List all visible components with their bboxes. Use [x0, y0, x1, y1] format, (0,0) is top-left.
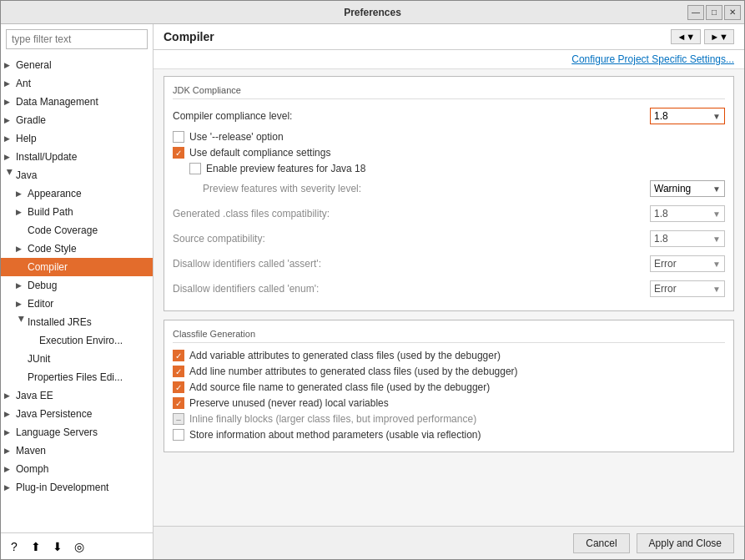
sidebar-item-label: JUnit: [28, 353, 50, 365]
arrow-icon: ▶: [4, 483, 16, 492]
sidebar-item-code-style[interactable]: ▶ Code Style: [1, 240, 153, 258]
compliance-level-label: Compiler compliance level:: [173, 110, 650, 122]
right-panel: Compiler ◄▼ ►▼ Configure Project Specifi…: [154, 24, 744, 559]
sidebar-item-exec-env[interactable]: ▶ Execution Enviro...: [1, 331, 153, 350]
arrow-icon: ▶: [18, 316, 26, 328]
sidebar-item-label: Java: [16, 169, 37, 181]
sidebar-item-installed-jres[interactable]: ▶ Installed JREs: [1, 313, 153, 331]
sidebar-item-label: Debug: [28, 280, 57, 291]
use-default-row: Use default compliance settings: [173, 147, 725, 159]
sidebar-item-compiler[interactable]: ▶ Compiler: [1, 258, 153, 276]
sidebar-item-label: Ant: [16, 78, 31, 89]
enable-preview-label: Enable preview features for Java 18: [206, 163, 365, 174]
sidebar-item-label: Data Management: [16, 96, 98, 108]
dropdown-arrow-icon: ▼: [712, 285, 721, 294]
arrow-icon: ▶: [16, 208, 28, 216]
cancel-button[interactable]: Cancel: [573, 533, 629, 553]
compliance-level-row: Compiler compliance level: 1.8 ▼: [173, 106, 725, 126]
export-icon[interactable]: ⬇: [49, 538, 66, 555]
assert-ids-value: Error: [654, 258, 677, 270]
generated-compat-dropdown[interactable]: 1.8 ▼: [650, 205, 725, 222]
sidebar-item-java-ee[interactable]: ▶ Java EE: [1, 386, 153, 405]
sidebar-item-ant[interactable]: ▶ Ant: [1, 74, 153, 93]
add-source-row: Add source file name to generated class …: [173, 381, 725, 393]
generated-compat-value: 1.8: [654, 208, 668, 219]
sidebar-item-general[interactable]: ▶ General: [1, 56, 153, 74]
store-params-row: Store information about method parameter…: [173, 429, 725, 441]
panel-nav: ◄▼ ►▼: [671, 29, 734, 44]
sidebar-item-label: Build Path: [28, 206, 73, 218]
use-release-label: Use '--release' option: [189, 131, 284, 143]
sidebar-item-build-path[interactable]: ▶ Build Path: [1, 203, 153, 221]
store-params-label: Store information about method parameter…: [189, 429, 481, 441]
enum-ids-value: Error: [654, 283, 677, 295]
sidebar-item-plugin-dev[interactable]: ▶ Plug-in Development: [1, 478, 153, 497]
add-variable-label: Add variable attributes to generated cla…: [189, 350, 501, 361]
sidebar-item-label: Java Persistence: [16, 408, 92, 420]
compliance-level-dropdown[interactable]: 1.8 ▼: [650, 108, 725, 124]
close-button[interactable]: ✕: [724, 5, 741, 20]
dropdown-arrow-icon: ▼: [712, 112, 721, 121]
sidebar-item-label: Installed JREs: [28, 316, 92, 328]
store-params-checkbox[interactable]: [173, 429, 184, 441]
classfile-gen-label: Classfile Generation: [173, 329, 725, 343]
enable-preview-row: Enable preview features for Java 18: [173, 163, 725, 174]
source-compat-dropdown[interactable]: 1.8 ▼: [650, 230, 725, 247]
sidebar-item-gradle[interactable]: ▶ Gradle: [1, 111, 153, 129]
window-title: Preferences: [344, 7, 401, 18]
sidebar-item-oomph[interactable]: ▶ Oomph: [1, 460, 153, 478]
preview-severity-value: Warning: [654, 183, 691, 194]
nav-fwd-button[interactable]: ►▼: [704, 29, 734, 44]
sidebar-item-code-coverage[interactable]: ▶ Code Coverage: [1, 221, 153, 240]
enable-preview-checkbox[interactable]: [189, 163, 201, 174]
sidebar-item-help[interactable]: ▶ Help: [1, 129, 153, 148]
add-source-checkbox[interactable]: [173, 381, 184, 393]
preview-severity-dropdown[interactable]: Warning ▼: [650, 180, 725, 197]
add-line-checkbox[interactable]: [173, 366, 184, 377]
sidebar-item-java[interactable]: ▶ Java: [1, 166, 153, 184]
add-line-row: Add line number attributes to generated …: [173, 366, 725, 377]
sidebar-item-debug[interactable]: ▶ Debug: [1, 276, 153, 295]
minimize-button[interactable]: —: [687, 5, 704, 20]
source-compat-value: 1.8: [654, 233, 668, 245]
sidebar-item-editor[interactable]: ▶ Editor: [1, 295, 153, 313]
help-icon[interactable]: ?: [6, 538, 23, 555]
sidebar-item-maven[interactable]: ▶ Maven: [1, 441, 153, 460]
sidebar-item-label: Install/Update: [16, 151, 77, 163]
preferences-window: Preferences — □ ✕ ▶ General ▶ Ant: [0, 0, 745, 560]
preserve-unused-checkbox[interactable]: [173, 397, 184, 409]
use-release-checkbox[interactable]: [173, 131, 184, 143]
add-variable-checkbox[interactable]: [173, 350, 184, 361]
use-default-label: Use default compliance settings: [189, 147, 330, 159]
sidebar-item-install-update[interactable]: ▶ Install/Update: [1, 148, 153, 166]
jdk-compliance-label: JDK Compliance: [173, 85, 725, 99]
sidebar-item-label: Oomph: [16, 463, 48, 475]
revert-icon[interactable]: ◎: [71, 538, 88, 555]
sidebar-item-appearance[interactable]: ▶ Appearance: [1, 184, 153, 203]
enum-ids-dropdown[interactable]: Error ▼: [650, 280, 725, 297]
sidebar-item-language-servers[interactable]: ▶ Language Servers: [1, 423, 153, 441]
import-icon[interactable]: ⬆: [28, 538, 44, 555]
inline-finally-row: Inline finally blocks (larger class file…: [173, 413, 725, 425]
use-release-row: Use '--release' option: [173, 131, 725, 143]
search-input[interactable]: [6, 29, 148, 49]
generated-compat-row: Generated .class files compatibility: 1.…: [173, 204, 725, 224]
inline-finally-checkbox[interactable]: [173, 413, 184, 425]
sidebar-item-junit[interactable]: ▶ JUnit: [1, 350, 153, 368]
restore-button[interactable]: □: [706, 5, 722, 20]
sidebar-item-label: Gradle: [16, 114, 46, 126]
sidebar-item-label: Execution Enviro...: [39, 335, 123, 346]
apply-close-button[interactable]: Apply and Close: [637, 533, 734, 553]
sidebar-item-props-files[interactable]: ▶ Properties Files Edi...: [1, 368, 153, 386]
panel-title: Compiler: [164, 30, 214, 43]
enum-ids-label: Disallow identifiers called 'enum':: [173, 283, 650, 295]
sidebar-item-data-mgmt[interactable]: ▶ Data Management: [1, 93, 153, 111]
assert-ids-dropdown[interactable]: Error ▼: [650, 255, 725, 272]
nav-back-button[interactable]: ◄▼: [671, 29, 701, 44]
sidebar-item-java-persistence[interactable]: ▶ Java Persistence: [1, 405, 153, 423]
use-default-checkbox[interactable]: [173, 147, 184, 159]
preview-severity-row: Preview features with severity level: Wa…: [173, 179, 725, 199]
arrow-icon: ▶: [4, 98, 16, 106]
preserve-unused-label: Preserve unused (never read) local varia…: [189, 397, 389, 409]
configure-link[interactable]: Configure Project Specific Settings...: [571, 53, 734, 65]
